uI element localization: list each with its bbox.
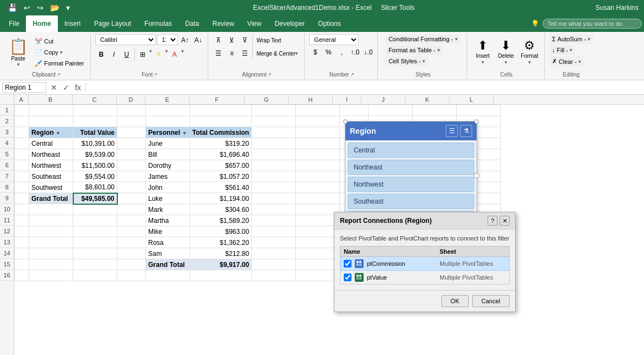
clear-button[interactable]: ✗ Clear - ▾ (549, 56, 584, 67)
slicer-handle-tl[interactable] (343, 119, 348, 124)
cell-e14[interactable]: Sam (146, 248, 190, 259)
cell-f14[interactable]: $212.80 (190, 248, 252, 259)
cell-g14[interactable] (252, 248, 296, 259)
cell-f6[interactable]: $657.00 (190, 160, 252, 171)
confirm-formula-button[interactable]: ✓ (61, 83, 72, 92)
undo-icon[interactable]: ↩ (21, 2, 33, 13)
dialog-close-button[interactable]: ✕ (500, 216, 510, 226)
cell-h8[interactable] (296, 182, 340, 193)
cell-f4[interactable]: $319.20 (190, 138, 252, 149)
align-top-center-button[interactable]: ⊻ (226, 34, 238, 46)
cell-i1[interactable] (340, 105, 369, 116)
cell-d15[interactable] (117, 259, 146, 270)
cell-a15[interactable] (15, 259, 29, 270)
cell-d8[interactable] (117, 182, 146, 193)
redo-icon[interactable]: ↪ (35, 2, 46, 13)
tab-developer[interactable]: Developer (268, 15, 312, 32)
slicer-filter-button[interactable]: ⚗ (460, 125, 472, 137)
merge-center-button[interactable]: Merge & Center ▾ (254, 47, 301, 59)
comm-filter-icon[interactable]: ▼ (182, 130, 187, 136)
font-color-button[interactable]: A (169, 48, 181, 61)
dialog-checkbox-ptcommission[interactable] (344, 260, 351, 267)
col-header-b[interactable]: B (29, 95, 73, 104)
cell-a12[interactable] (15, 226, 29, 237)
number-expand-icon[interactable]: ↗ (350, 72, 354, 77)
cell-b1[interactable] (29, 105, 73, 116)
cell-h6[interactable] (296, 160, 340, 171)
row-13[interactable]: 13 (0, 237, 14, 248)
cell-a5[interactable] (15, 149, 29, 160)
cell-h12[interactable] (296, 226, 340, 237)
cell-d14[interactable] (117, 248, 146, 259)
cell-h10[interactable] (296, 204, 340, 215)
cell-d4[interactable] (117, 138, 146, 149)
cell-f5[interactable]: $1,696.40 (190, 149, 252, 160)
font-name-select[interactable]: Calibri (95, 34, 156, 45)
slicer-multiselect-button[interactable]: ☰ (446, 125, 458, 137)
conditional-formatting-button[interactable]: Conditional Formatting - ▾ (386, 34, 460, 44)
row-8[interactable]: 8 (0, 182, 14, 193)
tab-file[interactable]: File (2, 15, 26, 32)
cell-a4[interactable] (15, 138, 29, 149)
cell-c1[interactable] (73, 105, 117, 116)
clipboard-label[interactable]: Clipboard ↗ (32, 72, 61, 78)
cell-d13[interactable] (117, 237, 146, 248)
borders-dropdown[interactable]: ▾ (149, 48, 152, 61)
tab-formulas[interactable]: Formulas (138, 15, 178, 32)
cell-d11[interactable] (117, 215, 146, 226)
more-icon[interactable]: ▾ (64, 2, 72, 13)
cell-e8[interactable]: John (146, 182, 190, 193)
fill-button[interactable]: ↓ Fill - ▾ (549, 45, 575, 55)
cell-b11[interactable] (29, 215, 73, 226)
cell-a16[interactable] (15, 270, 29, 281)
ok-button[interactable]: OK (441, 295, 469, 307)
cell-g13[interactable] (252, 237, 296, 248)
cell-a11[interactable] (15, 215, 29, 226)
row-4[interactable]: 4 (0, 138, 14, 149)
cell-e13[interactable]: Rosa (146, 237, 190, 248)
increase-decimal-button[interactable]: ↑.0 (349, 46, 361, 58)
cell-c10[interactable] (73, 204, 117, 215)
delete-button[interactable]: ⬇ Delete ▾ (495, 36, 517, 69)
cell-h2[interactable] (296, 116, 340, 127)
cell-e16[interactable] (146, 270, 190, 281)
cell-f7[interactable]: $1,057.20 (190, 171, 252, 182)
slicer-handle-r[interactable] (474, 173, 479, 178)
slicer-handle-tr[interactable] (474, 119, 479, 124)
cell-c8[interactable]: $8,601.00 (73, 182, 117, 193)
cell-e6[interactable]: Dorothy (146, 160, 190, 171)
row-11[interactable]: 11 (0, 215, 14, 226)
cell-c15[interactable] (73, 259, 117, 270)
cell-h9[interactable] (296, 193, 340, 204)
cell-a9[interactable] (15, 193, 29, 204)
cell-e11[interactable]: Martha (146, 215, 190, 226)
alignment-expand-icon[interactable]: ↗ (268, 72, 272, 77)
cell-d3[interactable] (117, 127, 146, 138)
row-6[interactable]: 6 (0, 160, 14, 171)
font-color-dropdown[interactable]: ▾ (181, 48, 184, 61)
tab-page-layout[interactable]: Page Layout (88, 15, 138, 32)
cell-c12[interactable] (73, 226, 117, 237)
slicer-item-southeast[interactable]: Southeast (348, 194, 474, 209)
cell-g12[interactable] (252, 226, 296, 237)
formula-input[interactable] (88, 83, 642, 92)
paste-button[interactable]: 📋 Paste ▾ (6, 37, 31, 68)
cell-f8[interactable]: $561.40 (190, 182, 252, 193)
cell-l1[interactable] (457, 105, 501, 116)
insert-function-button[interactable]: fx (73, 83, 83, 92)
cell-c6[interactable]: $11,500.00 (73, 160, 117, 171)
cell-b10[interactable] (29, 204, 73, 215)
cell-g16[interactable] (252, 270, 296, 281)
col-header-c[interactable]: C (73, 95, 117, 104)
slicer-item-northwest[interactable]: Northwest (348, 177, 474, 192)
autosum-button[interactable]: Σ AutoSum - ▾ (549, 34, 593, 44)
cell-g4[interactable] (252, 138, 296, 149)
row-7[interactable]: 7 (0, 171, 14, 182)
row-10[interactable]: 10 (0, 204, 14, 215)
percent-button[interactable]: % (322, 46, 334, 58)
slicer-item-northeast[interactable]: Northeast (348, 160, 474, 175)
col-header-j[interactable]: J (361, 95, 405, 104)
align-left-button[interactable]: ☰ (213, 47, 225, 59)
cell-c4[interactable]: $10,391.00 (73, 138, 117, 149)
tab-home[interactable]: Home (26, 15, 57, 32)
